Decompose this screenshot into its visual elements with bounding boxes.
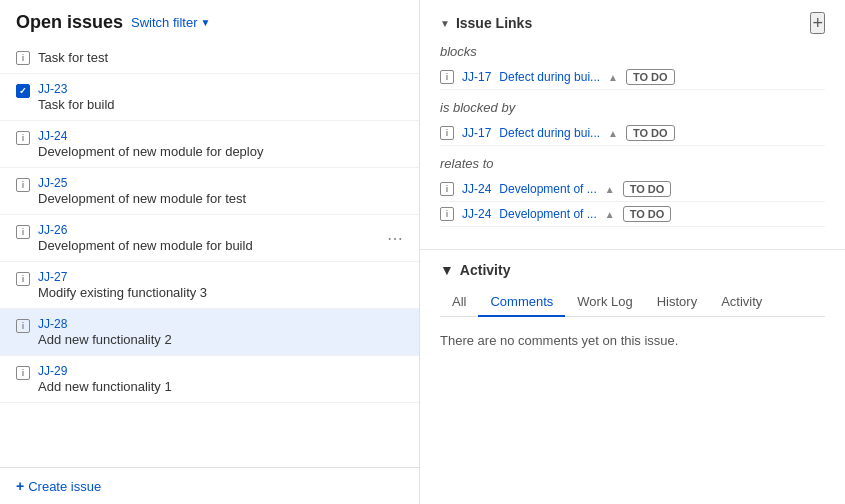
- issue-content: JJ-29 Add new functionality 1: [38, 364, 403, 394]
- list-item[interactable]: i JJ-24 Development of new module for de…: [0, 121, 419, 168]
- activity-toggle[interactable]: ▼ Activity: [440, 262, 825, 278]
- tab-history[interactable]: History: [645, 288, 709, 317]
- activity-tabs: All Comments Work Log History Activity: [440, 288, 825, 317]
- issue-links-title: Issue Links: [456, 15, 532, 31]
- link-issue-title[interactable]: Development of ...: [499, 182, 596, 196]
- chevron-up-icon[interactable]: ▲: [605, 209, 615, 220]
- issues-list: i Task for test JJ-23 Task for build i J…: [0, 41, 419, 467]
- create-issue-label: Create issue: [28, 479, 101, 494]
- chevron-up-icon[interactable]: ▲: [605, 184, 615, 195]
- issue-type-icon: i: [16, 225, 30, 239]
- tab-activity[interactable]: Activity: [709, 288, 774, 317]
- issue-id: JJ-23: [38, 82, 403, 96]
- issue-title: Development of new module for build: [38, 238, 403, 253]
- chevron-up-icon[interactable]: ▲: [608, 128, 618, 139]
- issue-type-icon: i: [16, 178, 30, 192]
- chevron-down-icon: ▼: [440, 18, 450, 29]
- issue-type-icon: i: [16, 51, 30, 65]
- issue-type-icon: i: [16, 272, 30, 286]
- list-item[interactable]: i Task for test: [0, 41, 419, 74]
- issue-type-icon: i: [16, 366, 30, 380]
- plus-icon: +: [16, 478, 24, 494]
- link-issue-id[interactable]: JJ-17: [462, 70, 491, 84]
- issue-title: Task for build: [38, 97, 403, 112]
- link-row: i JJ-17 Defect during bui... ▲ TO DO: [440, 121, 825, 146]
- list-item[interactable]: i JJ-29 Add new functionality 1: [0, 356, 419, 403]
- tab-all[interactable]: All: [440, 288, 478, 317]
- issue-id: JJ-24: [38, 129, 403, 143]
- link-issue-id[interactable]: JJ-17: [462, 126, 491, 140]
- list-item[interactable]: i JJ-27 Modify existing functionality 3: [0, 262, 419, 309]
- activity-title: Activity: [460, 262, 511, 278]
- issue-title: Modify existing functionality 3: [38, 285, 403, 300]
- switch-filter-button[interactable]: Switch filter ▼: [131, 15, 210, 30]
- issue-links-toggle[interactable]: ▼ Issue Links: [440, 15, 532, 31]
- status-badge: TO DO: [623, 181, 672, 197]
- issue-id: JJ-26: [38, 223, 403, 237]
- create-issue-button[interactable]: + Create issue: [0, 467, 419, 504]
- status-badge: TO DO: [623, 206, 672, 222]
- is-blocked-by-label: is blocked by: [440, 100, 825, 115]
- issue-links-section: ▼ Issue Links + blocks i JJ-17 Defect du…: [420, 0, 845, 250]
- issue-content: Task for test: [38, 49, 403, 65]
- more-options-button[interactable]: ⋯: [387, 229, 403, 248]
- status-badge: TO DO: [626, 125, 675, 141]
- issue-title: Task for test: [38, 50, 403, 65]
- issue-content: JJ-25 Development of new module for test: [38, 176, 403, 206]
- issue-id: JJ-29: [38, 364, 403, 378]
- chevron-down-icon: ▼: [440, 262, 454, 278]
- left-panel: Open issues Switch filter ▼ i Task for t…: [0, 0, 420, 504]
- issue-type-icon: i: [16, 319, 30, 333]
- list-item[interactable]: i JJ-28 Add new functionality 2: [0, 309, 419, 356]
- list-item[interactable]: JJ-23 Task for build: [0, 74, 419, 121]
- issue-content: JJ-24 Development of new module for depl…: [38, 129, 403, 159]
- link-issue-icon: i: [440, 70, 454, 84]
- tab-work-log[interactable]: Work Log: [565, 288, 644, 317]
- relates-to-group: relates to i JJ-24 Development of ... ▲ …: [440, 156, 825, 227]
- switch-filter-label: Switch filter: [131, 15, 197, 30]
- link-issue-title[interactable]: Development of ...: [499, 207, 596, 221]
- issue-content: JJ-26 Development of new module for buil…: [38, 223, 403, 253]
- issue-content: JJ-27 Modify existing functionality 3: [38, 270, 403, 300]
- tab-comments[interactable]: Comments: [478, 288, 565, 317]
- page-title: Open issues: [16, 12, 123, 33]
- panel-header: Open issues Switch filter ▼: [0, 0, 419, 41]
- issue-type-icon: i: [16, 131, 30, 145]
- blocks-group: blocks i JJ-17 Defect during bui... ▲ TO…: [440, 44, 825, 90]
- link-issue-id[interactable]: JJ-24: [462, 182, 491, 196]
- chevron-up-icon[interactable]: ▲: [608, 72, 618, 83]
- right-panel: ▼ Issue Links + blocks i JJ-17 Defect du…: [420, 0, 845, 504]
- blocks-label: blocks: [440, 44, 825, 59]
- add-link-button[interactable]: +: [810, 12, 825, 34]
- list-item[interactable]: i JJ-26 Development of new module for bu…: [0, 215, 419, 262]
- issue-title: Development of new module for test: [38, 191, 403, 206]
- issue-title: Development of new module for deploy: [38, 144, 403, 159]
- relates-to-label: relates to: [440, 156, 825, 171]
- no-comments-text: There are no comments yet on this issue.: [440, 329, 825, 352]
- issue-checkbox-icon: [16, 84, 30, 98]
- link-issue-id[interactable]: JJ-24: [462, 207, 491, 221]
- issue-title: Add new functionality 1: [38, 379, 403, 394]
- issue-id: JJ-28: [38, 317, 403, 331]
- issue-links-header: ▼ Issue Links +: [440, 12, 825, 34]
- list-item[interactable]: i JJ-25 Development of new module for te…: [0, 168, 419, 215]
- link-issue-title[interactable]: Defect during bui...: [499, 126, 600, 140]
- link-row: i JJ-24 Development of ... ▲ TO DO: [440, 177, 825, 202]
- activity-section: ▼ Activity All Comments Work Log History…: [420, 250, 845, 364]
- is-blocked-by-group: is blocked by i JJ-17 Defect during bui.…: [440, 100, 825, 146]
- issue-id: JJ-25: [38, 176, 403, 190]
- link-row: i JJ-17 Defect during bui... ▲ TO DO: [440, 65, 825, 90]
- link-row: i JJ-24 Development of ... ▲ TO DO: [440, 202, 825, 227]
- issue-content: JJ-28 Add new functionality 2: [38, 317, 403, 347]
- link-issue-icon: i: [440, 126, 454, 140]
- link-issue-icon: i: [440, 182, 454, 196]
- issue-id: JJ-27: [38, 270, 403, 284]
- status-badge: TO DO: [626, 69, 675, 85]
- issue-content: JJ-23 Task for build: [38, 82, 403, 112]
- link-issue-title[interactable]: Defect during bui...: [499, 70, 600, 84]
- chevron-down-icon: ▼: [201, 17, 211, 28]
- link-issue-icon: i: [440, 207, 454, 221]
- issue-title: Add new functionality 2: [38, 332, 403, 347]
